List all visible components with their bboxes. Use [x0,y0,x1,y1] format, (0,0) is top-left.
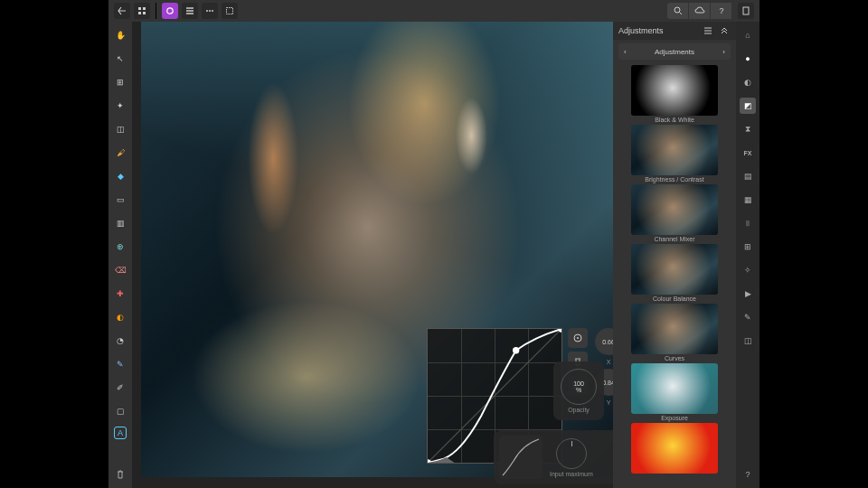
history-icon[interactable]: ⧗ [740,121,756,137]
adjustment-item[interactable]: Exposure [618,363,731,421]
histogram-icon[interactable]: ⫴ [740,215,756,231]
hand-icon[interactable]: ✋ [112,27,128,43]
panel-expand-icon[interactable] [718,24,731,37]
svg-rect-11 [743,7,749,14]
transform-icon[interactable]: ⊞ [740,239,756,255]
dodge-icon[interactable]: ◐ [112,309,128,325]
document-icon[interactable] [738,3,754,19]
adjustments-category[interactable]: ‹ Adjustments › [618,43,731,60]
color-icon[interactable]: ◆ [112,168,128,184]
layers-icon[interactable]: ▤ [740,168,756,184]
svg-rect-8 [227,8,233,14]
panel-menu-icon[interactable] [702,24,714,37]
svg-rect-0 [138,7,141,10]
opacity-knob[interactable]: 100 % [561,369,597,405]
adjustment-item[interactable] [618,423,731,474]
help-bottom-icon[interactable]: ? [740,466,756,483]
pen-icon[interactable]: ✎ [112,356,128,372]
svg-point-14 [513,347,519,353]
persona-photo-icon[interactable] [162,3,178,19]
svg-point-9 [675,7,680,13]
adjustments-title: Adjustments [618,26,664,35]
trash-icon[interactable] [112,466,128,483]
text-style-icon[interactable]: ▶ [740,286,756,302]
swatches-icon[interactable]: ● [740,51,756,67]
zoom-icon[interactable] [667,3,689,19]
assets-icon[interactable]: ◫ [740,333,756,349]
svg-rect-1 [143,7,146,10]
editor-window: ? ✋ ↖ ⊞ ✦ ◫ 🖌 ◆ ▭ ▥ ⊛ ⌫ ✚ ◐ ◔ ✎ [108,0,760,488]
menu-icon[interactable] [182,3,198,19]
opacity-label: Opacity [568,407,590,413]
more-icon[interactable] [202,3,218,19]
top-toolbar: ? [108,0,760,22]
svg-text:?: ? [719,6,723,15]
brush-icon[interactable]: 🖌 [112,145,128,161]
shape-icon[interactable]: ▢ [112,403,128,419]
view-icon[interactable]: ⊞ [112,74,128,90]
crop-icon[interactable]: ◫ [112,121,128,137]
svg-point-5 [206,10,208,12]
clone-icon[interactable]: ⊛ [112,239,128,255]
opacity-panel[interactable]: 100 % Opacity [553,361,604,420]
adjustment-inline-panel[interactable]: Input maximum [494,430,613,484]
adjustments-list[interactable]: Black & White Brightness / Contrast Chan… [613,63,736,488]
input-maximum-knob[interactable]: Input maximum [550,438,593,477]
adjustment-item[interactable]: Curves [618,304,731,361]
svg-point-17 [577,337,579,339]
chevron-right-icon[interactable]: › [722,48,725,56]
left-tools: ✋ ↖ ⊞ ✦ ◫ 🖌 ◆ ▭ ▥ ⊛ ⌫ ✚ ◐ ◔ ✎ ✐ ▢ A [108,22,132,488]
eraser-icon[interactable]: ⌫ [112,262,128,278]
stock-icon[interactable]: ✎ [740,309,756,325]
curves-x-value[interactable]: 0.66 [595,328,613,355]
heal-icon[interactable]: ✚ [112,286,128,302]
curves-x-label: X [607,359,611,365]
svg-rect-2 [138,12,141,14]
left-black-margin [0,0,108,488]
curves-y-label: Y [607,399,611,406]
canvas-viewport[interactable]: 0.66 X 0.84 Y 100 % Opacity [132,22,613,488]
adjustments-icon[interactable]: ◩ [740,98,756,114]
marquee-icon[interactable]: ▭ [112,192,128,208]
back-icon[interactable] [114,3,130,19]
cloud-icon[interactable] [689,3,711,19]
input-maximum-label: Input maximum [550,471,593,477]
selection-icon[interactable] [222,3,238,19]
adjustment-item[interactable]: Black & White [618,65,731,123]
gradient-icon[interactable]: ▥ [112,215,128,231]
right-studio-icons: ⌂ ● ◐ ◩ ⧗ FX ▤ ▦ ⫴ ⊞ ✧ ▶ ✎ ◫ ? [736,22,760,488]
svg-point-4 [167,8,173,14]
opacity-value: 100 [573,380,584,387]
opacity-unit: % [576,387,581,393]
color-panel-icon[interactable]: ◐ [740,74,756,90]
chevron-left-icon[interactable]: ‹ [624,48,627,56]
adjustments-header: Adjustments [613,22,736,40]
adjustment-item[interactable]: Brightness / Contrast [618,125,731,183]
wand-icon[interactable]: ✦ [112,98,128,114]
svg-rect-3 [143,12,146,14]
channels-icon[interactable]: ▦ [740,192,756,208]
adjustment-item[interactable]: Colour Balance [618,244,731,302]
blur-icon[interactable]: ◔ [112,333,128,349]
navigator-icon[interactable]: ✧ [740,262,756,278]
context-toolbar: ? [667,3,754,19]
mini-curve-preview[interactable] [499,436,542,479]
curves-x-text: 0.66 [602,339,613,345]
home-icon[interactable]: ⌂ [740,27,756,43]
adjustment-item[interactable]: Channel Mixer [618,184,731,242]
arrow-icon[interactable]: ↖ [112,51,128,67]
svg-point-6 [209,10,211,12]
right-black-margin [760,0,868,488]
adjustments-panel: Adjustments ‹ Adjustments › Black & Whit… [613,22,736,488]
text-icon[interactable]: A [114,427,127,439]
svg-point-7 [212,10,213,12]
help-icon[interactable]: ? [711,3,732,19]
fx-icon[interactable]: FX [740,145,756,161]
picker-icon[interactable]: ✐ [112,380,128,396]
adjustments-category-label: Adjustments [655,48,694,56]
curves-picker-icon[interactable] [568,328,588,348]
grid-icon[interactable] [134,3,150,19]
